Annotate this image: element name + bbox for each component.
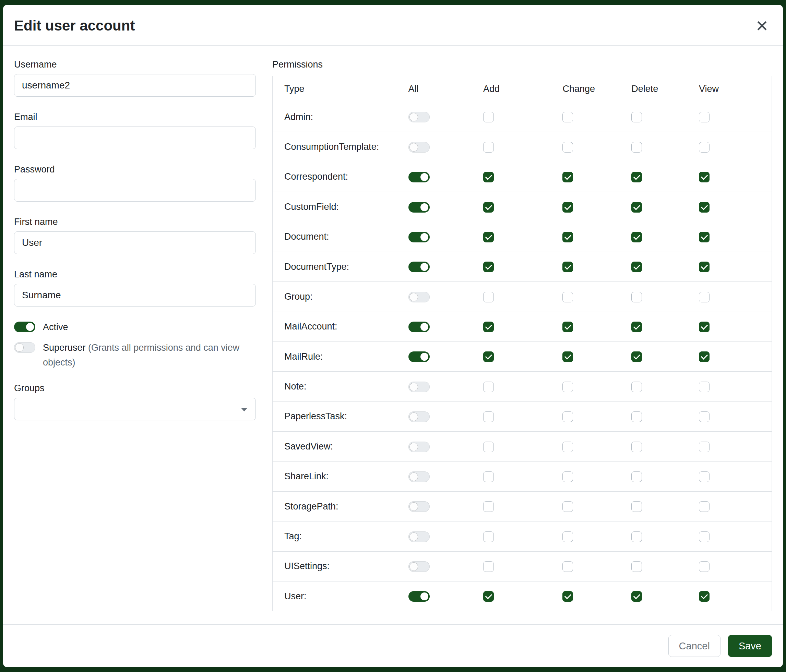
permission-change-checkbox[interactable] bbox=[563, 441, 573, 452]
permission-all-toggle[interactable] bbox=[409, 352, 430, 362]
permission-all-toggle[interactable] bbox=[409, 262, 430, 272]
permission-all-toggle[interactable] bbox=[409, 172, 430, 182]
permission-delete-checkbox[interactable] bbox=[631, 112, 642, 122]
permission-add-checkbox[interactable] bbox=[483, 382, 494, 392]
permission-view-checkbox[interactable] bbox=[699, 441, 709, 452]
permission-view-checkbox[interactable] bbox=[699, 501, 709, 512]
permission-delete-checkbox[interactable] bbox=[631, 441, 642, 452]
permission-all-toggle[interactable] bbox=[409, 382, 430, 392]
permission-delete-checkbox[interactable] bbox=[631, 262, 642, 272]
permission-all-toggle[interactable] bbox=[409, 232, 430, 242]
last-name-input[interactable] bbox=[14, 284, 256, 306]
permission-change-checkbox[interactable] bbox=[563, 142, 573, 152]
permission-add-checkbox[interactable] bbox=[483, 112, 494, 122]
permission-delete-checkbox[interactable] bbox=[631, 232, 642, 242]
username-label: Username bbox=[14, 59, 256, 70]
permission-all-toggle[interactable] bbox=[409, 202, 430, 213]
permission-all-toggle[interactable] bbox=[409, 142, 430, 152]
permission-all-toggle[interactable] bbox=[409, 561, 430, 572]
permission-change-checkbox[interactable] bbox=[563, 501, 573, 512]
active-toggle[interactable] bbox=[14, 322, 35, 332]
table-row: ShareLink: bbox=[273, 462, 772, 491]
permission-add-checkbox[interactable] bbox=[483, 441, 494, 452]
permission-view-checkbox[interactable] bbox=[699, 471, 709, 482]
permission-delete-checkbox[interactable] bbox=[631, 501, 642, 512]
permission-change-checkbox[interactable] bbox=[563, 411, 573, 422]
permission-change-checkbox[interactable] bbox=[563, 172, 573, 182]
permission-delete-checkbox[interactable] bbox=[631, 322, 642, 332]
permission-all-toggle[interactable] bbox=[409, 501, 430, 512]
permission-change-checkbox[interactable] bbox=[563, 322, 573, 332]
permission-add-checkbox[interactable] bbox=[483, 292, 494, 302]
permission-change-checkbox[interactable] bbox=[563, 591, 573, 602]
permission-add-checkbox[interactable] bbox=[483, 501, 494, 512]
permission-all-toggle[interactable] bbox=[409, 292, 430, 302]
permission-delete-checkbox[interactable] bbox=[631, 352, 642, 362]
permission-view-checkbox[interactable] bbox=[699, 142, 709, 152]
permission-add-checkbox[interactable] bbox=[483, 202, 494, 213]
permission-all-toggle[interactable] bbox=[409, 441, 430, 452]
permission-delete-checkbox[interactable] bbox=[631, 591, 642, 602]
permission-all-toggle[interactable] bbox=[409, 322, 430, 332]
permission-add-checkbox[interactable] bbox=[483, 262, 494, 272]
first-name-input[interactable] bbox=[14, 231, 256, 254]
permission-add-checkbox[interactable] bbox=[483, 531, 494, 542]
permission-add-checkbox[interactable] bbox=[483, 232, 494, 242]
permission-delete-checkbox[interactable] bbox=[631, 561, 642, 572]
permission-delete-checkbox[interactable] bbox=[631, 292, 642, 302]
permission-all-toggle[interactable] bbox=[409, 531, 430, 542]
groups-select[interactable] bbox=[14, 398, 256, 420]
password-field[interactable] bbox=[14, 179, 256, 202]
permission-change-checkbox[interactable] bbox=[563, 202, 573, 213]
permission-add-checkbox[interactable] bbox=[483, 142, 494, 152]
permission-view-checkbox[interactable] bbox=[699, 322, 709, 332]
permission-add-checkbox[interactable] bbox=[483, 352, 494, 362]
permission-view-checkbox[interactable] bbox=[699, 591, 709, 602]
permission-add-checkbox[interactable] bbox=[483, 411, 494, 422]
permission-add-checkbox[interactable] bbox=[483, 561, 494, 572]
permission-all-toggle[interactable] bbox=[409, 411, 430, 422]
permission-all-toggle[interactable] bbox=[409, 591, 430, 602]
permission-change-checkbox[interactable] bbox=[563, 531, 573, 542]
permission-view-checkbox[interactable] bbox=[699, 112, 709, 122]
permission-change-checkbox[interactable] bbox=[563, 352, 573, 362]
permission-change-checkbox[interactable] bbox=[563, 471, 573, 482]
permission-view-checkbox[interactable] bbox=[699, 202, 709, 213]
permission-view-checkbox[interactable] bbox=[699, 411, 709, 422]
permission-delete-checkbox[interactable] bbox=[631, 142, 642, 152]
permission-add-checkbox[interactable] bbox=[483, 471, 494, 482]
permission-view-checkbox[interactable] bbox=[699, 561, 709, 572]
permission-add-checkbox[interactable] bbox=[483, 591, 494, 602]
superuser-toggle[interactable] bbox=[14, 342, 35, 353]
save-button[interactable]: Save bbox=[728, 635, 772, 657]
permission-all-toggle[interactable] bbox=[409, 112, 430, 122]
permission-view-checkbox[interactable] bbox=[699, 292, 709, 302]
permission-change-checkbox[interactable] bbox=[563, 561, 573, 572]
permission-view-checkbox[interactable] bbox=[699, 172, 709, 182]
permission-delete-checkbox[interactable] bbox=[631, 382, 642, 392]
close-icon[interactable]: × bbox=[750, 14, 774, 38]
permission-view-checkbox[interactable] bbox=[699, 531, 709, 542]
permission-delete-checkbox[interactable] bbox=[631, 531, 642, 542]
permission-change-checkbox[interactable] bbox=[563, 292, 573, 302]
table-row: Admin: bbox=[273, 102, 772, 132]
permission-all-toggle[interactable] bbox=[409, 471, 430, 482]
permission-delete-checkbox[interactable] bbox=[631, 471, 642, 482]
email-field[interactable] bbox=[14, 127, 256, 149]
permission-view-checkbox[interactable] bbox=[699, 232, 709, 242]
permission-view-checkbox[interactable] bbox=[699, 382, 709, 392]
permission-change-checkbox[interactable] bbox=[563, 382, 573, 392]
permission-delete-checkbox[interactable] bbox=[631, 411, 642, 422]
permission-change-checkbox[interactable] bbox=[563, 112, 573, 122]
permission-delete-checkbox[interactable] bbox=[631, 202, 642, 213]
table-row: Tag: bbox=[273, 521, 772, 551]
permission-view-checkbox[interactable] bbox=[699, 352, 709, 362]
permission-delete-checkbox[interactable] bbox=[631, 172, 642, 182]
permission-add-checkbox[interactable] bbox=[483, 172, 494, 182]
permission-view-checkbox[interactable] bbox=[699, 262, 709, 272]
permission-change-checkbox[interactable] bbox=[563, 232, 573, 242]
cancel-button[interactable]: Cancel bbox=[668, 635, 720, 657]
username-input[interactable] bbox=[14, 74, 256, 97]
permission-change-checkbox[interactable] bbox=[563, 262, 573, 272]
permission-add-checkbox[interactable] bbox=[483, 322, 494, 332]
